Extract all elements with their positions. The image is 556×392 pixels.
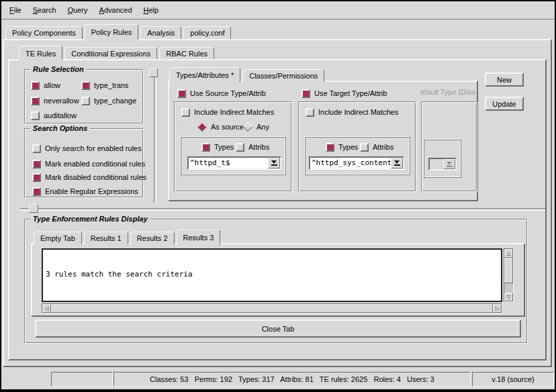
checkbox-indicator bbox=[302, 89, 310, 98]
tab-conditional-expressions[interactable]: Conditional Expressions bbox=[64, 47, 157, 59]
checkbox-label: neverallow bbox=[44, 97, 79, 105]
checkbox-use-source-type[interactable]: Use Source Type/Attrib bbox=[177, 89, 266, 98]
results-vscrollbar[interactable]: △ ▽ bbox=[504, 248, 514, 302]
default-type-combobox bbox=[428, 158, 457, 170]
status-empty-box bbox=[51, 372, 113, 387]
search-options-title: Search Options bbox=[30, 124, 90, 132]
checkbox-target-attribs[interactable]: Attribs bbox=[360, 142, 393, 152]
checkbox-source-attribs[interactable]: Attribs bbox=[236, 142, 269, 152]
dropdown-arrow-icon[interactable] bbox=[391, 158, 403, 168]
tab-label: Results 1 bbox=[91, 234, 122, 242]
checkbox-label: Mark disabled conditional rules bbox=[45, 173, 146, 181]
checkbox-label: Mark enabled conditional rules bbox=[45, 160, 145, 168]
tab-analysis[interactable]: Analysis bbox=[140, 26, 181, 39]
rule-selection-title: Rule Selection bbox=[30, 65, 87, 73]
menu-item-query[interactable]: Query bbox=[65, 5, 91, 15]
rule-tab-bar: TE Rules Conditional Expressions RBAC Ru… bbox=[19, 44, 216, 59]
tab-label: Policy Components bbox=[12, 29, 76, 37]
tab-label: RBAC Rules bbox=[166, 50, 207, 58]
checkbox-indicator bbox=[31, 111, 40, 120]
tab-classes-permissions[interactable]: Classes/Permissions bbox=[242, 69, 324, 82]
checkbox-indicator bbox=[31, 97, 40, 105]
checkbox-neverallow[interactable]: neverallow bbox=[31, 96, 79, 105]
checkbox-type-change[interactable]: type_change bbox=[81, 96, 136, 105]
checkbox-allow[interactable]: allow bbox=[31, 81, 60, 90]
checkbox-label: Use Source Type/Attrib bbox=[190, 89, 266, 97]
source-type-combobox-value[interactable]: ^httpd_t$ bbox=[189, 158, 268, 168]
vertical-sash-handle[interactable] bbox=[149, 68, 158, 77]
vscroll-thumb[interactable] bbox=[504, 258, 513, 283]
checkbox-mark-disabled-conditional[interactable]: Mark disabled conditional rules bbox=[32, 173, 146, 182]
horizontal-sash-line bbox=[20, 208, 545, 211]
horizontal-sash-handle[interactable] bbox=[29, 204, 38, 213]
tab-label: TE Rules bbox=[26, 50, 56, 58]
radio-label: As source bbox=[211, 123, 244, 131]
status-version-text: v.18 (source) bbox=[492, 375, 534, 383]
vertical-sash-line bbox=[154, 67, 156, 203]
checkbox-label: Types bbox=[338, 143, 358, 151]
radio-as-source[interactable]: As source bbox=[197, 122, 244, 132]
tab-te-rules[interactable]: TE Rules bbox=[19, 46, 62, 60]
dropdown-arrow-icon[interactable] bbox=[268, 158, 280, 168]
results-text[interactable]: 3 rules match the search criteria (5822)… bbox=[42, 248, 502, 302]
checkbox-enable-regex[interactable]: Enable Regular Expressions bbox=[32, 187, 138, 196]
scroll-down-icon[interactable]: ▽ bbox=[504, 293, 513, 301]
checkbox-type-trans[interactable]: type_trans bbox=[81, 81, 128, 90]
tab-label: Classes/Permissions bbox=[249, 72, 318, 80]
checkbox-auditallow[interactable]: auditallow bbox=[31, 111, 77, 120]
radio-label: Any bbox=[257, 123, 269, 131]
tab-rbac-rules[interactable]: RBAC Rules bbox=[159, 47, 214, 59]
checkbox-mark-enabled-conditional[interactable]: Mark enabled conditional rules bbox=[32, 159, 145, 168]
tab-label: Policy Rules bbox=[91, 28, 132, 36]
target-type-combobox[interactable]: ^httpd_sys_content_t$ bbox=[309, 156, 404, 170]
radio-indicator bbox=[197, 122, 207, 132]
checkbox-indicator bbox=[32, 160, 41, 168]
radio-indicator bbox=[243, 122, 252, 132]
tab-policy-components[interactable]: Policy Components bbox=[5, 26, 83, 39]
tab-types-attributes[interactable]: Types/Attributes * bbox=[169, 67, 240, 83]
main-tab-bar: Policy Components Policy Rules Analysis … bbox=[5, 23, 233, 39]
checkbox-source-indirect[interactable]: Include Indirect Matches bbox=[181, 107, 274, 117]
checkbox-use-target-type[interactable]: Use Target Type/Attrib bbox=[302, 89, 387, 98]
menu-item-advanced[interactable]: Advanced bbox=[97, 5, 135, 15]
scroll-up-icon[interactable]: △ bbox=[504, 249, 513, 258]
checkbox-indicator bbox=[32, 187, 41, 196]
radio-any[interactable]: Any bbox=[243, 122, 269, 132]
menu-bar: File Search Query Advanced Help bbox=[1, 1, 555, 20]
status-stats-text: Classes: 53 Perms: 192 Types: 317 Attrib… bbox=[150, 375, 434, 383]
status-version-box: v.18 (source) bbox=[472, 372, 554, 387]
tab-empty-tab[interactable]: Empty Tab bbox=[34, 232, 82, 244]
checkbox-target-indirect[interactable]: Include Indirect Matches bbox=[306, 107, 398, 117]
tab-results-3[interactable]: Results 3 bbox=[177, 230, 221, 246]
checkbox-label: Attribs bbox=[373, 143, 393, 151]
update-button[interactable]: Update bbox=[485, 97, 524, 111]
tab-policy-rules[interactable]: Policy Rules bbox=[85, 24, 139, 40]
tab-policy-conf[interactable]: policy.conf bbox=[183, 26, 231, 39]
checkbox-only-enabled-rules[interactable]: Only search for enabled rules bbox=[32, 144, 142, 153]
checkbox-label: type_change bbox=[94, 97, 136, 105]
results-hscrollbar[interactable]: ◁ ▷ bbox=[42, 303, 502, 313]
tab-label: Analysis bbox=[147, 29, 175, 37]
checkbox-label: type_trans bbox=[94, 81, 128, 89]
new-button[interactable]: New bbox=[485, 72, 524, 87]
menu-item-help[interactable]: Help bbox=[141, 5, 162, 15]
target-type-combobox-value[interactable]: ^httpd_sys_content_t$ bbox=[310, 158, 391, 168]
checkbox-label: Attribs bbox=[248, 143, 269, 151]
tab-label: Results 2 bbox=[137, 234, 168, 242]
tab-results-2[interactable]: Results 2 bbox=[130, 232, 175, 244]
source-type-combobox[interactable]: ^httpd_t$ bbox=[187, 156, 281, 170]
hscroll-thumb[interactable] bbox=[51, 304, 493, 313]
default-type-combobox-value bbox=[430, 159, 443, 169]
menu-item-search[interactable]: Search bbox=[30, 5, 59, 15]
close-tab-button[interactable]: Close Tab bbox=[35, 320, 521, 338]
menu-item-file[interactable]: File bbox=[7, 5, 24, 15]
checkbox-target-types[interactable]: Types bbox=[326, 142, 358, 152]
scroll-left-icon[interactable]: ◁ bbox=[42, 304, 51, 313]
checkbox-indicator bbox=[81, 97, 90, 105]
results-group-title: Type Enforcement Rules Display bbox=[30, 215, 150, 223]
scroll-right-icon[interactable]: ▷ bbox=[493, 304, 502, 313]
checkbox-indicator bbox=[306, 108, 314, 117]
checkbox-source-types[interactable]: Types bbox=[201, 142, 234, 152]
tab-results-1[interactable]: Results 1 bbox=[84, 232, 128, 244]
checkbox-label: Include Indirect Matches bbox=[318, 108, 398, 116]
